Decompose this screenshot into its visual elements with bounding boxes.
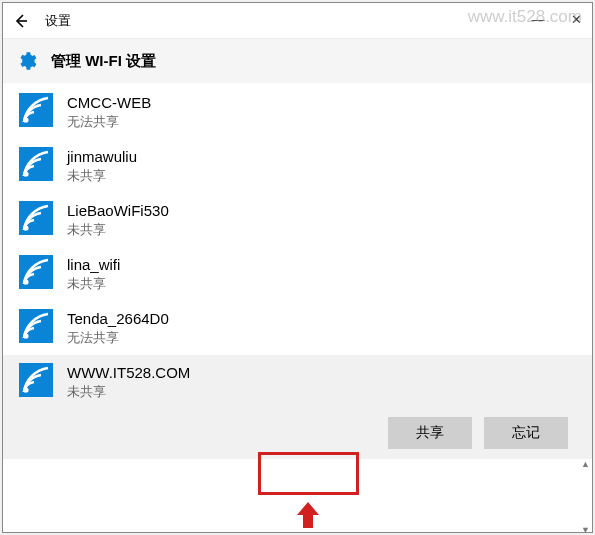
svg-point-5: [23, 387, 28, 392]
window-title: 设置: [45, 12, 71, 30]
wifi-info: Tenda_2664D0无法共享: [67, 309, 169, 347]
svg-point-0: [23, 117, 28, 122]
wifi-signal-icon: [19, 201, 53, 235]
wifi-item[interactable]: Tenda_2664D0无法共享: [3, 301, 592, 355]
wifi-status: 未共享: [67, 383, 190, 401]
settings-window: 设置 — ✕ 管理 WI-FI 设置 CMCC-WEB无法共享jinmawuli…: [2, 2, 593, 533]
wifi-signal-icon: [19, 147, 53, 181]
back-button[interactable]: [3, 3, 39, 39]
wifi-status: 无法共享: [67, 329, 169, 347]
wifi-signal-icon: [19, 93, 53, 127]
wifi-info: LieBaoWiFi530未共享: [67, 201, 169, 239]
svg-point-4: [23, 333, 28, 338]
wifi-name: CMCC-WEB: [67, 93, 151, 113]
content-area: CMCC-WEB无法共享jinmawuliu未共享LieBaoWiFi530未共…: [3, 83, 592, 532]
close-button[interactable]: ✕: [564, 7, 588, 31]
wifi-list: CMCC-WEB无法共享jinmawuliu未共享LieBaoWiFi530未共…: [3, 83, 592, 459]
wifi-action-row: 共享忘记: [3, 409, 592, 459]
wifi-signal-icon: [19, 309, 53, 343]
gear-icon: [15, 50, 37, 72]
wifi-item[interactable]: jinmawuliu未共享: [3, 139, 592, 193]
wifi-item[interactable]: WWW.IT528.COM未共享: [3, 355, 592, 409]
forget-button[interactable]: 忘记: [484, 417, 568, 449]
annotation-arrow-icon: [295, 500, 321, 530]
wifi-name: WWW.IT528.COM: [67, 363, 190, 383]
scrollbar[interactable]: ▲ ▼: [580, 459, 591, 532]
wifi-status: 未共享: [67, 275, 120, 293]
wifi-status: 无法共享: [67, 113, 151, 131]
page-title: 管理 WI-FI 设置: [51, 52, 156, 71]
share-button[interactable]: 共享: [388, 417, 472, 449]
titlebar: 设置 — ✕: [3, 3, 592, 39]
wifi-signal-icon: [19, 255, 53, 289]
wifi-name: LieBaoWiFi530: [67, 201, 169, 221]
svg-point-2: [23, 225, 28, 230]
wifi-name: Tenda_2664D0: [67, 309, 169, 329]
minimize-button[interactable]: —: [526, 7, 550, 31]
wifi-info: jinmawuliu未共享: [67, 147, 137, 185]
wifi-signal-icon: [19, 363, 53, 397]
page-header: 管理 WI-FI 设置: [3, 39, 592, 83]
svg-point-3: [23, 279, 28, 284]
wifi-name: lina_wifi: [67, 255, 120, 275]
wifi-item[interactable]: CMCC-WEB无法共享: [3, 85, 592, 139]
scroll-down-icon[interactable]: ▼: [581, 525, 591, 532]
svg-point-1: [23, 171, 28, 176]
wifi-item[interactable]: LieBaoWiFi530未共享: [3, 193, 592, 247]
back-arrow-icon: [12, 12, 30, 30]
wifi-info: WWW.IT528.COM未共享: [67, 363, 190, 401]
scroll-up-icon[interactable]: ▲: [581, 459, 591, 469]
wifi-name: jinmawuliu: [67, 147, 137, 167]
wifi-info: lina_wifi未共享: [67, 255, 120, 293]
wifi-status: 未共享: [67, 221, 169, 239]
wifi-status: 未共享: [67, 167, 137, 185]
wifi-info: CMCC-WEB无法共享: [67, 93, 151, 131]
wifi-item[interactable]: lina_wifi未共享: [3, 247, 592, 301]
